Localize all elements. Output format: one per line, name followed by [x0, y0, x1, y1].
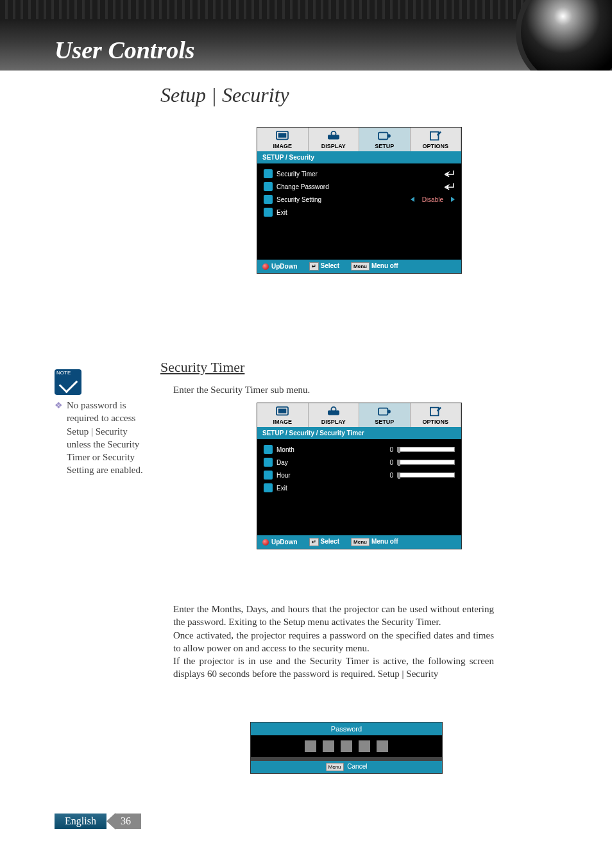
svg-rect-11	[378, 408, 387, 415]
hint-select: ↵Select	[309, 262, 339, 271]
tab-setup-label: SETUP	[375, 419, 394, 425]
footer-page-number: 36	[115, 814, 141, 829]
hour-slider[interactable]	[397, 472, 455, 478]
row-label: Change Password	[276, 183, 441, 190]
osd-tabs: IMAGE DISPLAY SETUP OPTIONS	[257, 128, 461, 151]
body-p2: Enter the Months, Days, and hours that t…	[173, 604, 494, 627]
body-p3: Once activated, the projector requires a…	[173, 630, 494, 653]
osd-tabs: IMAGE DISPLAY SETUP OPTIONS	[257, 403, 461, 427]
page-footer: English 36	[55, 813, 141, 830]
password-slot[interactable]	[359, 740, 370, 752]
tab-setup[interactable]: SETUP	[359, 128, 411, 151]
osd-footer: UpDown ↵Select MenuMenu off	[257, 260, 461, 273]
password-icon	[264, 182, 273, 191]
tab-options[interactable]: OPTIONS	[411, 403, 462, 427]
month-value: 0	[380, 446, 393, 453]
osd-body: Month 0 Day 0 Hour 0 Exit	[257, 439, 461, 535]
body-p4: If the projector is in use and the Secur…	[173, 656, 494, 679]
row-day[interactable]: Day 0	[264, 456, 455, 469]
tab-image-label: IMAGE	[273, 143, 292, 149]
row-label: Exit	[276, 209, 455, 216]
exit-icon	[264, 483, 273, 492]
password-dialog: Password Menu Cancel	[250, 722, 443, 774]
tab-image[interactable]: IMAGE	[257, 403, 309, 427]
hint-select: ↵Select	[309, 538, 339, 546]
body-p1: Enter the Security Timer sub menu.	[173, 383, 468, 396]
row-month[interactable]: Month 0	[264, 443, 455, 456]
row-hour[interactable]: Hour 0	[264, 469, 455, 481]
enter-key-icon: ↵	[309, 538, 319, 546]
row-label: Month	[276, 446, 377, 453]
row-change-password[interactable]: Change Password	[264, 180, 455, 193]
osd-footer: UpDown ↵Select MenuMenu off	[257, 535, 461, 549]
tab-image-label: IMAGE	[273, 419, 292, 425]
tab-setup-label: SETUP	[375, 143, 394, 149]
osd-security-menu: IMAGE DISPLAY SETUP OPTIONS SETUP / Secu…	[257, 127, 462, 274]
tab-image[interactable]: IMAGE	[257, 128, 309, 151]
row-label: Day	[276, 459, 377, 466]
setup-icon	[377, 406, 391, 417]
osd-security-timer-menu: IMAGE DISPLAY SETUP OPTIONS SETUP / Secu…	[257, 403, 462, 549]
row-label: Security Timer	[276, 171, 441, 178]
projector-icon	[327, 130, 341, 142]
password-slots	[251, 735, 442, 757]
menu-key-icon: Menu	[351, 262, 370, 271]
osd-breadcrumb: SETUP / Security	[257, 151, 461, 163]
menu-key-icon: Menu	[351, 538, 370, 546]
row-label: Security Setting	[276, 196, 407, 203]
password-slot[interactable]	[323, 740, 334, 752]
svg-rect-6	[430, 132, 439, 140]
clock-icon	[264, 471, 273, 480]
exit-icon	[264, 208, 273, 217]
menu-key-icon: Menu	[326, 763, 344, 771]
row-label: Hour	[276, 472, 377, 479]
calendar-day-icon	[264, 458, 273, 467]
projector-icon	[327, 406, 341, 417]
arrow-right-icon[interactable]	[451, 197, 455, 202]
row-exit[interactable]: Exit	[264, 206, 455, 219]
timer-icon	[264, 169, 273, 178]
row-exit[interactable]: Exit	[264, 481, 455, 494]
password-slot[interactable]	[305, 740, 316, 752]
tab-options[interactable]: OPTIONS	[411, 128, 462, 151]
footer-wedge	[106, 813, 115, 830]
body-paragraphs: Enter the Months, Days, and hours that t…	[173, 603, 494, 681]
note-text: No password is required to access Setup …	[67, 399, 151, 477]
lens-graphic	[516, 0, 612, 71]
enter-key-icon: ↵	[309, 262, 319, 271]
svg-rect-1	[278, 133, 287, 138]
enter-icon	[445, 183, 455, 190]
red-dot-icon	[262, 263, 269, 270]
password-cancel[interactable]: Cancel	[347, 763, 367, 770]
security-setting-value: Disable	[422, 196, 443, 203]
svg-rect-8	[278, 409, 287, 413]
tab-display[interactable]: DISPLAY	[309, 403, 360, 427]
section-title: Setup | Security	[160, 83, 289, 107]
footer-language: English	[55, 814, 106, 829]
day-slider[interactable]	[397, 460, 455, 465]
note-box: NOTE ❖ No password is required to access…	[55, 369, 151, 477]
password-slot[interactable]	[341, 740, 352, 752]
red-dot-icon	[262, 539, 269, 546]
note-badge: NOTE	[55, 369, 81, 395]
arrow-left-icon[interactable]	[411, 197, 414, 202]
month-slider[interactable]	[397, 447, 455, 452]
key-icon	[264, 195, 273, 204]
tab-setup[interactable]: SETUP	[359, 403, 411, 427]
tab-options-label: OPTIONS	[422, 419, 448, 425]
svg-point-12	[387, 410, 391, 413]
banner-stripe: User Controls	[0, 0, 612, 71]
monitor-icon	[275, 406, 289, 417]
tab-options-label: OPTIONS	[422, 143, 448, 149]
password-slot[interactable]	[377, 740, 388, 752]
svg-rect-13	[430, 408, 439, 416]
day-value: 0	[380, 459, 393, 466]
row-security-timer[interactable]: Security Timer	[264, 167, 455, 180]
calendar-month-icon	[264, 445, 273, 454]
setup-icon	[377, 130, 391, 142]
banner-title: User Controls	[55, 36, 195, 64]
osd-breadcrumb: SETUP / Security / Security Timer	[257, 427, 461, 439]
tab-display[interactable]: DISPLAY	[309, 128, 360, 151]
row-label: Exit	[276, 485, 455, 492]
row-security-setting[interactable]: Security Setting Disable	[264, 193, 455, 206]
